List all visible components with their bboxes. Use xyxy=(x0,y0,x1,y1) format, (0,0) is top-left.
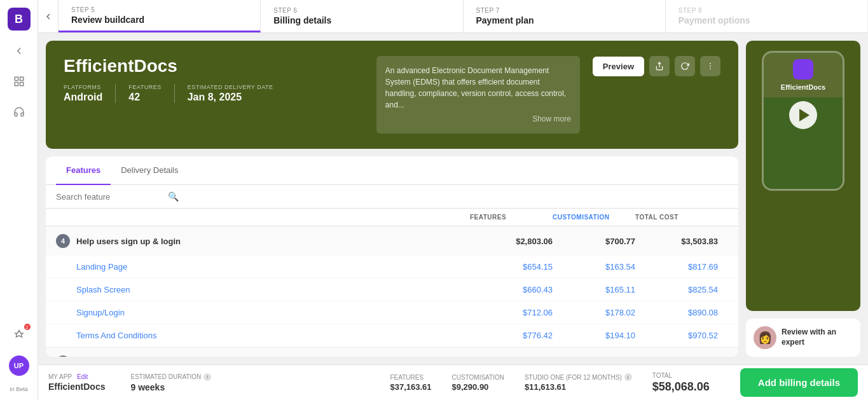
project-title: EfficientDocs xyxy=(64,56,364,76)
review-expert-card[interactable]: 👩 Review with an expert xyxy=(746,319,860,357)
hero-meta: PLATFORMS Android FEATURES 42 ESTIMATED … xyxy=(64,84,364,103)
content-area: EfficientDocs PLATFORMS Android FEATURES… xyxy=(38,33,868,364)
feature-terms-customisation: $194.10 xyxy=(553,331,635,340)
step-5-label: Review buildcard xyxy=(71,15,247,25)
step-billing-details[interactable]: STEP 6 Billing details xyxy=(261,0,463,32)
phone-mockup: EfficientDocs xyxy=(762,51,844,191)
svg-rect-2 xyxy=(15,83,18,86)
studio-info-icon[interactable]: i xyxy=(624,373,632,381)
expert-avatar: 👩 xyxy=(754,326,776,349)
feature-group-header-1[interactable]: 4 Help users sign up & login $2,803.06 $… xyxy=(46,226,738,256)
steps-navigation: STEP 5 Review buildcard STEP 6 Billing d… xyxy=(38,0,868,33)
tab-features[interactable]: Features xyxy=(56,156,111,185)
footer-total-label: TOTAL xyxy=(652,372,710,379)
feature-group-header-2[interactable]: 5 Set up user accounts & offer support $… xyxy=(46,348,738,357)
search-bar: 🔍 xyxy=(46,185,738,209)
features-count-value: 42 xyxy=(128,92,161,103)
table-body: 4 Help users sign up & login $2,803.06 $… xyxy=(46,226,738,357)
platforms-meta: PLATFORMS Android xyxy=(64,84,116,103)
sidebar: B 2 UP In Beta xyxy=(0,0,38,400)
back-button[interactable] xyxy=(38,0,59,32)
search-input[interactable] xyxy=(56,192,163,202)
step-8-number: STEP 8 xyxy=(679,7,855,14)
feature-terms-name: Terms And Conditions xyxy=(56,331,470,340)
right-panel: EfficientDocs 👩 Review with an expert xyxy=(746,41,860,357)
refresh-button[interactable] xyxy=(675,56,695,76)
footer-duration-label: ESTIMATED DURATION i xyxy=(130,373,211,381)
step-7-label: Payment plan xyxy=(476,15,652,25)
feature-splash-screen-total: $825.54 xyxy=(635,285,718,294)
group-2-number: 5 xyxy=(56,355,70,357)
edit-link[interactable]: Edit xyxy=(77,373,88,380)
group-1-label: Help users sign up & login xyxy=(76,237,181,246)
feature-signup-login-name: Signup/Login xyxy=(56,308,470,317)
feature-signup-login-customisation: $178.02 xyxy=(553,308,635,317)
footer-features-value: $37,163.61 xyxy=(390,382,431,392)
more-options-button[interactable] xyxy=(700,56,720,76)
feature-terms-total: $970.52 xyxy=(635,331,718,340)
search-icon: 🔍 xyxy=(168,191,179,202)
feature-group-1: 4 Help users sign up & login $2,803.06 $… xyxy=(46,226,738,348)
hero-actions: Preview xyxy=(593,56,720,76)
headset-icon[interactable] xyxy=(9,102,29,122)
tab-delivery-details[interactable]: Delivery Details xyxy=(111,156,188,185)
features-count-label: FEATURES xyxy=(128,84,161,90)
rocket-icon-wrapper: 2 xyxy=(9,325,29,345)
delivery-meta: ESTIMATED DELIVERY DATE Jan 8, 2025 xyxy=(188,84,286,103)
platforms-label: PLATFORMS xyxy=(64,84,102,90)
footer-app-info: MY APP Edit EfficientDocs xyxy=(48,373,105,392)
step-review-buildcard[interactable]: STEP 5 Review buildcard xyxy=(59,0,261,32)
hero-banner: EfficientDocs PLATFORMS Android FEATURES… xyxy=(46,41,738,149)
feature-row-landing-page[interactable]: Landing Page $654.15 $163.54 $817.69 xyxy=(46,256,738,279)
left-panel: EfficientDocs PLATFORMS Android FEATURES… xyxy=(46,41,738,357)
step-6-label: Billing details xyxy=(273,15,450,25)
footer-features-total: FEATURES $37,163.61 xyxy=(390,374,431,392)
phone-app-icon xyxy=(793,59,813,79)
duration-info-icon[interactable]: i xyxy=(203,373,211,381)
step-5-number: STEP 5 xyxy=(71,6,247,13)
footer-total-value: $58,068.06 xyxy=(652,380,710,394)
footer-studio-value: $11,613.61 xyxy=(525,382,632,392)
main-area: STEP 5 Review buildcard STEP 6 Billing d… xyxy=(38,0,868,400)
svg-point-7 xyxy=(710,68,711,69)
grid-icon[interactable] xyxy=(9,71,29,92)
expert-text: Review with an expert xyxy=(782,328,853,347)
add-billing-button[interactable]: Add billing details xyxy=(740,368,858,397)
back-icon[interactable] xyxy=(9,41,29,61)
feature-row-signup-login[interactable]: Signup/Login $712.06 $178.02 $890.08 xyxy=(46,301,738,324)
col-customisation-header: CUSTOMISATION xyxy=(553,214,635,221)
footer-customisation-label: CUSTOMISATION xyxy=(452,374,504,381)
feature-splash-screen-name: Splash Screen xyxy=(56,285,470,294)
footer-app-name: EfficientDocs xyxy=(48,382,105,392)
preview-button[interactable]: Preview xyxy=(593,57,644,76)
app-preview-card: EfficientDocs xyxy=(746,41,860,311)
my-app-label: MY APP xyxy=(48,373,72,380)
feature-group-2: 5 Set up user accounts & offer support $… xyxy=(46,348,738,357)
features-card: Features Delivery Details 🔍 FEATURES CUS… xyxy=(46,156,738,357)
footer-app-label: MY APP Edit xyxy=(48,373,105,380)
feature-row-terms[interactable]: Terms And Conditions $776.42 $194.10 $97… xyxy=(46,324,738,347)
logo[interactable]: B xyxy=(8,8,31,31)
svg-rect-1 xyxy=(20,77,23,80)
col-features-cost-header: FEATURES xyxy=(470,214,553,221)
feature-signup-login-total: $890.08 xyxy=(635,308,718,317)
feature-row-splash-screen[interactable]: Splash Screen $660.43 $165.11 $825.54 xyxy=(46,279,738,301)
step-payment-plan[interactable]: STEP 7 Payment plan xyxy=(464,0,666,32)
col-total-header: TOTAL COST xyxy=(635,214,718,221)
share-button[interactable] xyxy=(649,56,670,76)
beta-label: In Beta xyxy=(10,386,28,392)
group-1-total-cost: $3,503.83 xyxy=(635,237,718,246)
play-triangle-icon xyxy=(799,109,809,121)
play-button[interactable] xyxy=(789,101,817,129)
svg-point-6 xyxy=(710,66,711,67)
delivery-date-label: ESTIMATED DELIVERY DATE xyxy=(188,84,273,90)
feature-terms-features: $776.42 xyxy=(470,331,553,340)
group-1-name: 4 Help users sign up & login xyxy=(56,234,470,248)
step-6-number: STEP 6 xyxy=(273,7,450,14)
table-header: FEATURES CUSTOMISATION TOTAL COST xyxy=(46,209,738,226)
hero-description-text: An advanced Electronic Document Manageme… xyxy=(385,66,566,109)
user-avatar[interactable]: UP xyxy=(9,355,29,376)
footer-studio-total: STUDIO ONE (FOR 12 MONTHS) i $11,613.61 xyxy=(525,373,632,392)
show-more-link[interactable]: Show more xyxy=(385,113,571,125)
footer-grand-total: TOTAL $58,068.06 xyxy=(652,372,710,394)
